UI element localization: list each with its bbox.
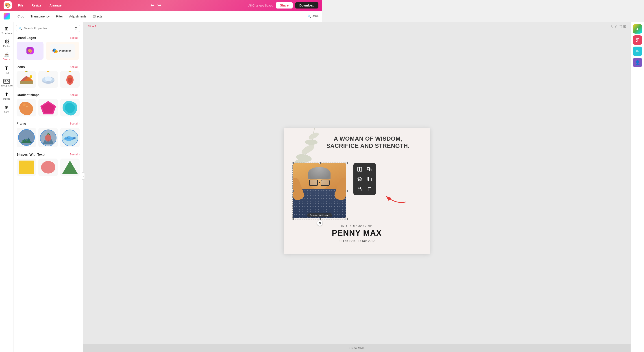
sidebar-label-apps: Apps [4, 111, 9, 114]
sidebar-label-upload: Upload [3, 98, 10, 100]
gradient-shape-orange[interactable] [16, 99, 36, 116]
shapes-text-grid [14, 158, 83, 176]
svg-point-7 [44, 76, 52, 81]
svg-point-12 [23, 103, 26, 106]
sidebar-item-photos[interactable]: 🖼 Photos [0, 37, 13, 49]
search-bar[interactable]: 🔍 ⚙ [16, 25, 80, 32]
frame-item-whale[interactable] [60, 128, 80, 147]
forest-frame-svg [18, 129, 36, 147]
green-triangle-svg [61, 160, 79, 175]
filter-icon[interactable]: ⚙ [74, 26, 78, 30]
gradient-shape-grid [14, 98, 83, 120]
frame-see-all[interactable]: See all › [70, 122, 80, 125]
resize-menu[interactable]: Resize [30, 3, 43, 8]
brand-logo-item-2[interactable]: 🎭 Picmaker [46, 42, 80, 60]
apps-icon: ⊞ [5, 105, 8, 110]
frame-item-apple[interactable] [38, 128, 58, 147]
sidebar-item-background[interactable]: BG Background [0, 77, 13, 89]
brand-logo-item-1[interactable]: 🎨 [16, 42, 44, 60]
arrange-menu[interactable]: Arrange [48, 3, 63, 8]
yellow-rect-svg [18, 160, 36, 175]
brand-logos-see-all[interactable]: See all › [70, 36, 80, 39]
secondary-toolbar: Crop Transparency Filter Adjustments Eff… [0, 11, 322, 22]
svg-rect-0 [20, 81, 33, 84]
transparency-button[interactable]: Transparency [27, 13, 53, 20]
crown-badge-1: 👑 [25, 71, 28, 72]
filter-button[interactable]: Filter [53, 13, 66, 20]
shapes-text-title: Shapes (With Text) [16, 153, 44, 156]
redo-button[interactable]: ↪ [157, 2, 161, 8]
svg-point-22 [45, 134, 51, 142]
adjustments-button[interactable]: Adjustments [66, 13, 90, 20]
person-photo [293, 163, 322, 176]
background-icon: BG [3, 79, 10, 84]
sidebar-item-objects[interactable]: ☕ Objects [0, 50, 13, 63]
teal-blob-svg [61, 100, 79, 116]
sidebar-label-templates: Templates [2, 32, 12, 35]
picmaker-logo: 🎭 Picmaker [50, 44, 75, 58]
photo-frame-container[interactable]: Remove Watermark ↻ [293, 163, 322, 176]
gradient-shape-header: Gradient shape See all › [14, 91, 83, 98]
text-icon: T [5, 65, 8, 71]
share-button[interactable]: Share [276, 2, 293, 8]
icon-item-landscape[interactable]: 👑 [16, 71, 36, 88]
file-menu[interactable]: File [16, 3, 25, 8]
search-icon: 🔍 [18, 27, 22, 30]
orange-blob-svg [18, 100, 36, 116]
zoom-level: 49% [312, 14, 318, 18]
gradient-shape-pink[interactable] [38, 99, 58, 116]
sidebar-item-templates[interactable]: ⊞ Templates [0, 24, 13, 36]
collapse-icon: ‹ [83, 175, 84, 176]
logo: 🎨 [4, 1, 12, 9]
icon-item-ornament[interactable]: 👑 [60, 71, 80, 88]
frame-item-forest[interactable] [16, 128, 36, 147]
svg-marker-31 [62, 161, 78, 174]
zoom-control: 🔍 49% [308, 14, 318, 18]
download-button[interactable]: Download [295, 2, 318, 8]
sidebar-label-text: Text [4, 72, 8, 75]
ornament-svg [62, 73, 78, 86]
color-swatch[interactable] [4, 13, 10, 19]
shape-item-pink-circle[interactable] [38, 159, 58, 176]
shape-item-green-triangle[interactable] [60, 159, 80, 176]
templates-icon: ⊞ [5, 26, 8, 31]
gradient-shape-see-all[interactable]: See all › [70, 93, 80, 97]
svg-point-30 [41, 161, 56, 174]
effects-button[interactable]: Effects [90, 13, 106, 20]
icon-item-cloud[interactable]: 👑 [38, 71, 58, 88]
sidebar-item-upload[interactable]: ⬆ Upload [0, 90, 13, 102]
sidebar-label-objects: Objects [3, 58, 10, 61]
undo-button[interactable]: ↩ [150, 2, 154, 8]
left-sidebar: ⊞ Templates 🖼 Photos ☕ Objects T Text BG… [0, 22, 14, 176]
gradient-shape-title: Gradient shape [16, 93, 40, 97]
search-input[interactable] [24, 27, 73, 30]
shapes-text-see-all[interactable]: See all › [70, 153, 80, 156]
frame-header: Frame See all › [14, 120, 83, 127]
slide-canvas[interactable]: A WOMAN OF WISDOM, SACRIFICE AND STRENGT… [284, 128, 322, 176]
frame-grid [14, 127, 83, 151]
shape-item-yellow-rect[interactable] [16, 159, 36, 176]
svg-point-26 [64, 136, 73, 141]
objects-icon: ☕ [4, 52, 10, 58]
gradient-shape-teal[interactable] [60, 99, 80, 116]
svg-rect-29 [18, 161, 34, 174]
panel-collapse-handle[interactable]: ‹ [82, 173, 85, 176]
crown-badge-3: 👑 [68, 71, 72, 72]
handle-top-left[interactable] [292, 162, 294, 164]
handle-top-center[interactable] [319, 162, 321, 164]
icons-see-all[interactable]: See all › [70, 65, 80, 68]
canvas-area: Slide 1 ∧ ∨ ⬚ ⊞ [83, 22, 322, 176]
zoom-icon: 🔍 [308, 14, 311, 18]
svg-point-27 [67, 138, 68, 138]
crown-badge-2: 👑 [46, 71, 50, 72]
slide-container: A WOMAN OF WISDOM, SACRIFICE AND STRENGT… [83, 30, 322, 176]
sidebar-item-apps[interactable]: ⊞ Apps [0, 103, 13, 115]
crop-button[interactable]: Crop [14, 13, 27, 20]
landscape-svg [18, 74, 34, 85]
slide-label: Slide 1 ∧ ∨ ⬚ ⊞ [83, 22, 322, 30]
icons-title: Icons [16, 65, 25, 69]
objects-panel: 🔍 ⚙ Brand Logos See all › 🎨 🎭 Picmaker I… [14, 22, 83, 176]
brand-logos-grid: 🎨 🎭 Picmaker [14, 41, 83, 63]
svg-point-10 [68, 77, 72, 83]
sidebar-item-text[interactable]: T Text [0, 64, 13, 76]
